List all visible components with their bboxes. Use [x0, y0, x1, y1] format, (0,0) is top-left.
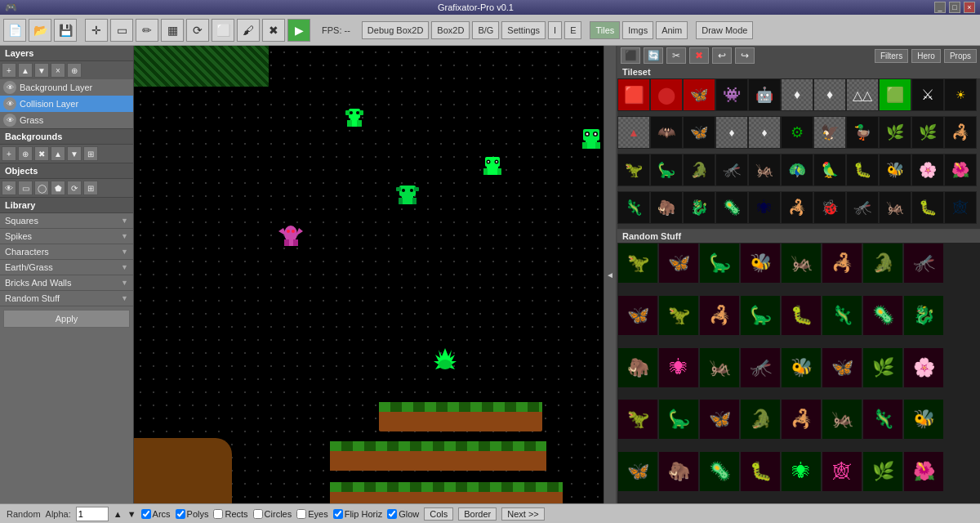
tile-cell[interactable]: 🦕	[650, 154, 683, 186]
ts-btn-redo[interactable]: ↪	[735, 47, 755, 64]
arcs-checkbox-label[interactable]: Arcs	[141, 509, 171, 519]
tile-cell[interactable]: ▲	[617, 116, 650, 149]
random-cell[interactable]: 🦂	[822, 243, 862, 284]
random-cell[interactable]: 🌸	[903, 347, 944, 388]
tile-cell[interactable]: 🌿	[911, 116, 944, 149]
maximize-btn[interactable]: □	[949, 2, 960, 13]
alpha-stepper-down[interactable]: ▼	[127, 509, 136, 519]
tile-cell[interactable]: 🌿	[879, 116, 911, 149]
flip-horiz-checkbox-label[interactable]: Flip Horiz	[333, 509, 382, 519]
random-cell[interactable]: 🦋	[658, 243, 699, 284]
tile-cell[interactable]: 🦋	[683, 78, 715, 111]
layer-background[interactable]: 👁 Background Layer	[0, 79, 133, 96]
random-cell[interactable]: 🐛	[740, 451, 781, 492]
obj-grid-btn[interactable]: ⊞	[83, 181, 98, 195]
random-cell[interactable]: 🦋	[699, 399, 740, 440]
settings-toggle[interactable]: Settings	[501, 21, 546, 39]
random-cell[interactable]: 🐝	[740, 243, 781, 284]
random-cell[interactable]: 🦎	[862, 399, 903, 440]
tile-cell[interactable]: 🕷	[748, 191, 781, 224]
layer-collision[interactable]: 👁 Collision Layer	[0, 96, 133, 112]
rects-checkbox[interactable]	[213, 509, 223, 519]
ts-btn-1[interactable]: ⬛	[621, 47, 640, 64]
ts-btn-undo[interactable]: ↩	[712, 47, 732, 64]
layer-delete-btn[interactable]: ×	[51, 63, 65, 78]
minimize-btn[interactable]: _	[934, 2, 946, 13]
obj-circle-btn[interactable]: ◯	[34, 181, 49, 195]
layer-eye-background[interactable]: 👁	[3, 81, 16, 94]
bg-toggle[interactable]: B/G	[472, 21, 499, 39]
random-cell[interactable]: 🕸	[822, 451, 862, 492]
tile-cell[interactable]: ⚙	[781, 116, 813, 149]
glow-checkbox[interactable]	[387, 509, 397, 519]
random-cell[interactable]: 🦎	[822, 295, 862, 336]
layer-eye-grass[interactable]: 👁	[3, 114, 16, 127]
delete-tool[interactable]: ✖	[262, 19, 285, 42]
random-cell[interactable]: 🦂	[699, 295, 740, 336]
tile-cell[interactable]: 🦟	[715, 154, 748, 186]
tile-cell[interactable]: 🐉	[683, 191, 715, 224]
random-cell[interactable]: 🐊	[862, 243, 903, 284]
random-cell[interactable]: 🌿	[862, 451, 903, 492]
tile-cell[interactable]: ♦	[715, 116, 748, 149]
alpha-stepper-up[interactable]: ▲	[114, 509, 122, 519]
tile-cell[interactable]: 🦣	[650, 191, 683, 224]
random-cell[interactable]: 🦣	[658, 451, 699, 492]
glow-checkbox-label[interactable]: Glow	[387, 509, 419, 519]
random-cell[interactable]: 🦖	[617, 399, 658, 440]
random-stuff-grid[interactable]: 🦖 🦋 🦕 🐝 🦗 🦂 🐊 🦟 🦋 🦖 🦂 🦕 🐛 🦎 🦠 🐉 🦣 🕷 🦗 🦟 …	[617, 243, 980, 503]
tile-cell[interactable]: 👾	[715, 78, 748, 111]
random-cell[interactable]: 🕷	[781, 451, 822, 492]
random-cell[interactable]: 🦋	[617, 451, 658, 492]
canvas-area[interactable]	[134, 46, 604, 503]
select-tool[interactable]: ▭	[110, 19, 133, 42]
tile-cell[interactable]: ⬤	[650, 78, 683, 111]
move-tool[interactable]: ✛	[85, 19, 108, 42]
library-random[interactable]: Random Stuff ▼	[0, 291, 133, 306]
open-btn[interactable]: 📂	[29, 19, 51, 42]
erase-tool[interactable]: ⬜	[212, 19, 234, 42]
tile-cell[interactable]: 🦠	[715, 191, 748, 224]
props-btn[interactable]: Props	[944, 49, 977, 63]
circles-checkbox[interactable]	[253, 509, 263, 519]
random-cell[interactable]: 🐉	[903, 295, 944, 336]
library-bricks[interactable]: Bricks And Walls ▼	[0, 275, 133, 291]
apply-button[interactable]: Apply	[3, 310, 130, 328]
tile-cell[interactable]: ♦	[748, 116, 781, 149]
filters-btn[interactable]: Filters	[875, 49, 908, 63]
transform-tool[interactable]: ⟳	[186, 19, 209, 42]
random-cell[interactable]: 🌺	[903, 451, 944, 492]
circles-checkbox-label[interactable]: Circles	[253, 509, 292, 519]
new-btn[interactable]: 📄	[3, 19, 26, 42]
play-btn[interactable]: ▶	[287, 19, 310, 42]
save-btn[interactable]: 💾	[54, 19, 77, 42]
random-cell[interactable]: 🦖	[617, 243, 658, 284]
tile-cell[interactable]: 🦅	[813, 116, 846, 149]
bg-up-btn[interactable]: ▲	[51, 146, 65, 161]
brush-tool[interactable]: 🖌	[237, 19, 260, 42]
layer-add-btn[interactable]: +	[2, 63, 16, 78]
tile-cell[interactable]: 🟥	[617, 78, 650, 111]
tile-cell[interactable]: ☀	[944, 78, 977, 111]
library-earth-grass[interactable]: Earth/Grass ▼	[0, 260, 133, 275]
tile-cell[interactable]: 🦇	[650, 116, 683, 149]
tile-cell[interactable]: 🟩	[879, 78, 911, 111]
border-btn[interactable]: Border	[458, 507, 497, 521]
tile-cell[interactable]: 🦜	[813, 154, 846, 186]
e-toggle[interactable]: E	[564, 21, 581, 39]
ts-btn-2[interactable]: 🔄	[644, 47, 663, 64]
draw-mode-toggle[interactable]: Draw Mode	[696, 21, 753, 39]
tile-cell[interactable]: 🦗	[879, 191, 911, 224]
tile-cell[interactable]: 🌺	[944, 154, 977, 186]
window-controls[interactable]: _ □ ×	[934, 2, 975, 13]
close-btn[interactable]: ×	[964, 2, 975, 13]
tile-cell[interactable]: 🤖	[748, 78, 781, 111]
polys-checkbox-label[interactable]: Polys	[176, 509, 209, 519]
paint-tool[interactable]: ✏	[136, 19, 158, 42]
debug-box2d-toggle[interactable]: Debug Box2D	[362, 21, 430, 39]
obj-rect-btn[interactable]: ▭	[18, 181, 33, 195]
anim-tab[interactable]: Anim	[656, 21, 688, 39]
random-cell[interactable]: 🐛	[781, 295, 822, 336]
random-cell[interactable]: 🦕	[740, 295, 781, 336]
tile-cell[interactable]: ⚔	[911, 78, 944, 111]
